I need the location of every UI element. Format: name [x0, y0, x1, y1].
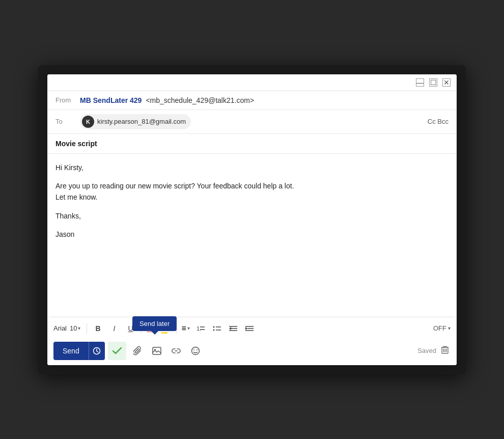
body-closing: Thanks,	[55, 210, 449, 222]
insert-emoji-button[interactable]	[187, 343, 204, 359]
body-greeting: Hi Kirsty,	[55, 162, 449, 173]
svg-text:1.: 1.	[197, 325, 201, 332]
insert-link-button[interactable]	[168, 343, 184, 359]
svg-point-5	[213, 329, 214, 331]
align-icon: ≡	[182, 324, 186, 333]
confirm-button[interactable]	[108, 342, 126, 360]
separator-1	[87, 323, 87, 334]
unordered-list-button[interactable]	[209, 321, 225, 336]
off-toggle[interactable]: OFF ▾	[433, 324, 451, 332]
svg-point-20	[191, 347, 199, 354]
recipient-chip[interactable]: K kirsty.pearson_81@gmail.com	[80, 114, 191, 129]
body-signature: Jason	[55, 229, 449, 240]
delete-button[interactable]	[439, 344, 451, 358]
indent-decrease-button[interactable]	[226, 321, 241, 336]
svg-line-17	[97, 351, 98, 352]
window-wrapper: — ☐ ✕ From MB SendLater 429 <mb_schedule…	[38, 65, 466, 374]
title-bar: — ☐ ✕	[47, 74, 457, 91]
send-later-button[interactable]	[89, 342, 105, 360]
font-size-selector[interactable]: 10 ▾	[70, 324, 80, 332]
off-toggle-chevron: ▾	[448, 325, 451, 331]
svg-point-3	[213, 326, 214, 327]
ordered-list-button[interactable]: 1.	[193, 321, 208, 336]
insert-image-button[interactable]	[149, 343, 165, 359]
to-label: To	[55, 118, 76, 125]
recipient-avatar: K	[82, 116, 94, 128]
minimize-button[interactable]: —	[416, 78, 424, 87]
send-button[interactable]: Send	[53, 342, 89, 360]
title-bar-controls: — ☐ ✕	[416, 78, 451, 87]
off-toggle-label: OFF	[433, 324, 446, 332]
indent-increase-button[interactable]	[242, 321, 257, 336]
send-later-tooltip: Send later	[132, 316, 177, 331]
from-row: From MB SendLater 429 <mb_schedule_429@t…	[47, 91, 457, 110]
font-name-label: Arial	[53, 324, 67, 332]
align-dropdown[interactable]: ≡ ▾	[180, 323, 192, 334]
close-button[interactable]: ✕	[442, 78, 451, 87]
format-toolbar: Arial 10 ▾ B I U A ▾ A ▾	[53, 321, 451, 339]
sender-email: <mb_schedule_429@talk21.com>	[146, 96, 254, 104]
recipient-email: kirsty.pearson_81@gmail.com	[97, 118, 186, 125]
maximize-button[interactable]: ☐	[429, 78, 437, 87]
body-content: Are you up to reading our new movie scri…	[55, 180, 449, 203]
send-row: Send later Send	[53, 339, 451, 365]
email-body[interactable]: Hi Kirsty, Are you up to reading our new…	[47, 154, 457, 317]
toolbar-container: Arial 10 ▾ B I U A ▾ A ▾	[47, 317, 457, 365]
to-row: To K kirsty.pearson_81@gmail.com Cc Bcc	[47, 110, 457, 134]
send-button-group: Send	[53, 342, 105, 360]
svg-point-22	[197, 349, 198, 350]
from-label: From	[55, 96, 76, 104]
svg-marker-10	[229, 327, 231, 330]
font-size-chevron: ▾	[78, 325, 80, 331]
attach-button[interactable]	[129, 343, 146, 359]
subject-text: Movie script	[55, 140, 97, 148]
bold-button[interactable]: B	[90, 321, 105, 336]
saved-label: Saved	[417, 347, 436, 354]
sender-name: MB SendLater 429	[80, 96, 142, 104]
align-chevron: ▾	[187, 325, 190, 331]
font-size-value: 10	[70, 324, 77, 332]
cc-bcc-button[interactable]: Cc Bcc	[428, 118, 449, 125]
subject-row: Movie script	[47, 134, 457, 154]
italic-button[interactable]: I	[106, 321, 122, 336]
svg-marker-14	[245, 327, 247, 330]
compose-window: — ☐ ✕ From MB SendLater 429 <mb_schedule…	[47, 74, 457, 365]
svg-point-21	[193, 349, 194, 350]
